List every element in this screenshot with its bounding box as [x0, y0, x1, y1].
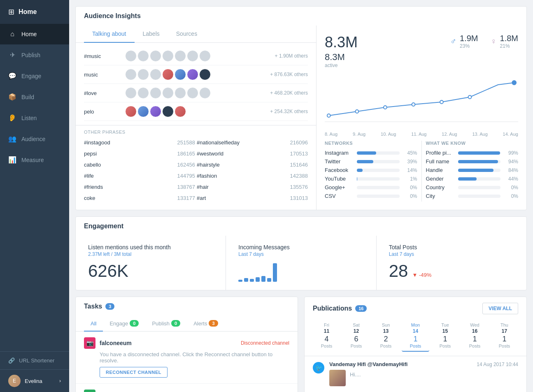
- female-num: 1.8M: [500, 34, 518, 43]
- calendar-day[interactable]: Wed 16 1 Posts: [461, 320, 489, 352]
- ai-others: + 468.20K others: [270, 90, 308, 96]
- pub-post-text: Hi....: [350, 371, 361, 386]
- female-icon: ♀: [491, 37, 497, 46]
- chart-date: 9. Aug: [353, 132, 365, 137]
- publish-icon: ✈: [8, 51, 16, 59]
- tag-row-music-hash: #music + 1.90M others: [84, 47, 308, 65]
- phrase-count: 162456: [177, 162, 195, 168]
- chart-date: 14. Aug: [503, 132, 518, 137]
- phrase-count: 131013: [290, 195, 308, 201]
- sidebar-item-engage[interactable]: 💬 Engage: [0, 65, 69, 86]
- tab-publish[interactable]: Publish 0: [145, 316, 187, 332]
- avatar-circle: [150, 50, 161, 62]
- phrase-name: cabello: [84, 162, 101, 168]
- phrase-item: coke133177: [84, 193, 195, 203]
- calendar-day[interactable]: Thu 17 1 Posts: [491, 320, 518, 352]
- sidebar-logo[interactable]: ⊞ Home: [0, 0, 69, 24]
- phrase-item: #hair135576: [197, 182, 308, 192]
- wwk-name: Country: [426, 184, 455, 190]
- calendar-day[interactable]: Tue 15 1 Posts: [431, 320, 459, 352]
- pub-count-badge: 16: [355, 305, 367, 312]
- reconnect-channel-button-0[interactable]: RECONNECT CHANNEL: [100, 367, 168, 378]
- wwk-pct: 44%: [504, 176, 518, 182]
- sidebar-user[interactable]: E Evelina ›: [0, 369, 69, 392]
- phrase-item: #life144795: [84, 171, 195, 181]
- phrase-count: 151646: [290, 162, 308, 168]
- wwk-list: Profile pi... 99% Full name 94% Handle 8…: [426, 150, 519, 199]
- view-all-button[interactable]: VIEW ALL: [482, 303, 518, 314]
- wwk-pct: 84%: [504, 167, 518, 173]
- task-top: 📷 falconeeum Disconnected channel: [84, 337, 289, 349]
- wwk-bar: [458, 151, 500, 155]
- tag-label: music: [84, 72, 125, 78]
- audience-insights-card: Audience Insights Talking about Labels S…: [75, 6, 527, 210]
- calendar-day[interactable]: Sat 12 6 Posts: [342, 320, 370, 352]
- sidebar-item-measure-label: Measure: [21, 157, 44, 163]
- calendar-day[interactable]: Fri 11 4 Posts: [313, 320, 340, 352]
- listen-num: 626K: [88, 261, 213, 281]
- phrase-count: 186165: [177, 151, 195, 157]
- total-posts-section: Total Posts Last 7 days 28 ▼ -49%: [377, 236, 526, 290]
- twitter-icon: 🐦: [313, 362, 324, 373]
- network-name: Google+: [325, 184, 354, 190]
- phrase-count: 144795: [177, 173, 195, 179]
- ai-avatars: [125, 50, 272, 62]
- engagement-card: Engagement Listen mentions used this mon…: [75, 216, 527, 290]
- pub-title: Publications: [313, 305, 352, 312]
- sidebar-item-measure[interactable]: 📊 Measure: [0, 149, 69, 170]
- incoming-bar: [273, 263, 277, 282]
- tab-labels[interactable]: Labels: [135, 26, 168, 43]
- sidebar-url-shortener[interactable]: 🔗 URL Shortener: [0, 352, 69, 369]
- cal-day-name: Fri: [314, 322, 339, 327]
- tab-sources[interactable]: Sources: [168, 26, 205, 43]
- engagement-content: Listen mentions used this month 2.37M le…: [76, 236, 526, 290]
- tab-engage[interactable]: Engage 0: [103, 316, 145, 332]
- tab-alerts-label: Alerts: [193, 320, 207, 327]
- network-row: Facebook 14%: [325, 167, 417, 173]
- tag-row-pelo: pelo + 254.32K others: [84, 102, 308, 121]
- wwk-bar-container: [458, 177, 501, 181]
- audience-insights-body: Talking about Labels Sources #music: [76, 26, 526, 210]
- phrase-name: pepsi: [84, 151, 97, 157]
- calendar-day[interactable]: Sun 13 2 Posts: [372, 320, 400, 352]
- pub-post-top: Vandemay Hifi @VandemayHifi 14 Aug 2017 …: [329, 361, 518, 367]
- tab-all[interactable]: All: [84, 316, 103, 332]
- cal-posts-label: Posts: [463, 343, 487, 348]
- tab-alerts[interactable]: Alerts 3: [187, 316, 224, 332]
- phrase-item: #fashion142388: [197, 171, 308, 181]
- avatar-circle: [187, 69, 198, 80]
- phrase-item: #art131013: [197, 193, 308, 203]
- cal-day-name: Sun: [374, 322, 398, 327]
- sidebar-item-build[interactable]: 📦 Build: [0, 86, 69, 107]
- sidebar-item-listen[interactable]: 👂 Listen: [0, 107, 69, 128]
- sidebar-item-audience[interactable]: 👥 Audience: [0, 128, 69, 149]
- svg-point-6: [512, 81, 516, 85]
- cal-day-name: Thu: [492, 322, 517, 327]
- sidebar-item-home[interactable]: ⌂ Home: [0, 24, 69, 44]
- sidebar-item-publish-label: Publish: [21, 52, 40, 58]
- engage-icon: 💬: [8, 72, 16, 80]
- cal-date: 14: [403, 328, 428, 334]
- incoming-bar: [267, 278, 271, 282]
- svg-point-0: [327, 114, 331, 117]
- wwk-bar: [458, 169, 494, 172]
- tasks-header: Tasks 3: [76, 297, 298, 316]
- build-icon: 📦: [8, 93, 16, 101]
- sidebar-item-publish[interactable]: ✈ Publish: [0, 44, 69, 65]
- wwk-row: Handle 84%: [426, 167, 519, 173]
- wwk-bar: [458, 177, 477, 181]
- tab-talking-about[interactable]: Talking about: [84, 26, 135, 43]
- network-row: Google+ 0%: [325, 184, 417, 190]
- male-num: 1.9M: [460, 34, 478, 43]
- network-name: YouTube: [325, 176, 354, 182]
- arrow-down-icon: ▼: [412, 272, 417, 278]
- tasks-title: Tasks: [84, 303, 102, 310]
- network-bar-container: [357, 195, 400, 198]
- main-content: Audience Insights Talking about Labels S…: [69, 0, 533, 392]
- incoming-bar: [250, 279, 254, 282]
- cal-posts-label: Posts: [433, 343, 457, 348]
- networks-title: NETWORKS: [325, 141, 417, 146]
- avatar-circle: [125, 69, 137, 80]
- cal-day-name: Wed: [463, 322, 487, 327]
- calendar-day[interactable]: Mon 14 1 Posts: [402, 320, 429, 352]
